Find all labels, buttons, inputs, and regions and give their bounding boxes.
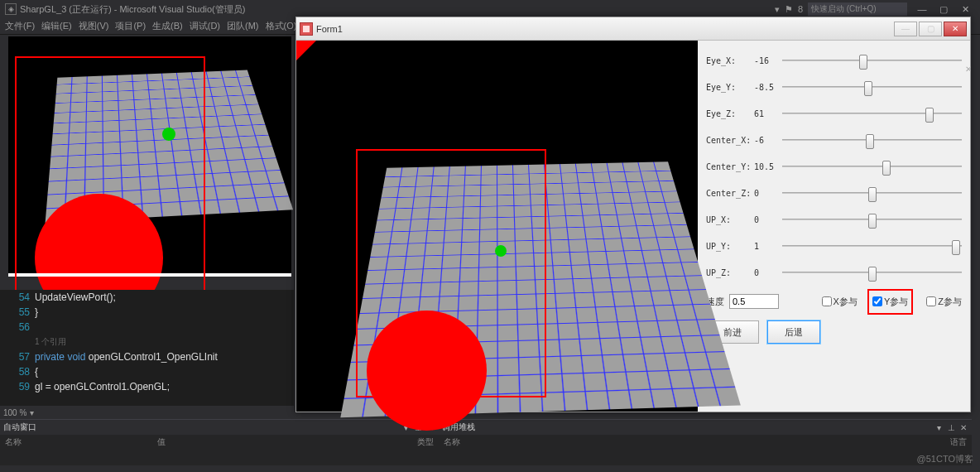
slider-label: UP_Y: <box>706 242 754 251</box>
slider-track[interactable] <box>782 52 962 69</box>
line-number: 59 <box>0 381 35 393</box>
line-number: 56 <box>0 321 35 333</box>
slider-thumb[interactable] <box>868 187 877 202</box>
slider-track[interactable] <box>782 264 962 281</box>
side-close-icon[interactable]: ✕ <box>965 65 975 75</box>
slider-thumb[interactable] <box>868 267 877 282</box>
slider-value: 10.5 <box>754 162 782 171</box>
line-number: 54 <box>0 291 35 303</box>
minimize-button[interactable]: ― <box>894 22 917 36</box>
col-type: 类型 <box>412 435 439 450</box>
maximize-button[interactable]: ▢ <box>919 22 942 36</box>
slider-label: Center_X: <box>706 136 754 145</box>
form1-titlebar[interactable]: Form1 ― ▢ ✕ <box>296 17 970 41</box>
menu-item[interactable]: 调试(D) <box>190 20 220 32</box>
slider-value: 1 <box>754 242 782 251</box>
speed-input[interactable] <box>729 294 779 309</box>
menu-item[interactable]: 团队(M) <box>227 20 259 32</box>
maximize-icon[interactable]: ▢ <box>934 2 954 16</box>
line-number: 55 <box>0 306 35 318</box>
flag-count: 8 <box>798 4 803 14</box>
menu-item[interactable]: 文件(F) <box>5 20 35 32</box>
slider-row: Eye_X:-16 <box>706 47 962 74</box>
close-icon[interactable]: ✕ <box>958 422 968 432</box>
slider-track[interactable] <box>782 132 962 148</box>
slider-track[interactable] <box>782 158 962 175</box>
x-checkbox[interactable]: X参与 <box>822 296 858 308</box>
slider-label: Center_Z: <box>706 189 754 198</box>
slider-row: Center_Z:0 <box>706 180 962 206</box>
slider-label: Center_Y: <box>706 162 754 171</box>
menu-item[interactable]: 视图(V) <box>79 20 109 32</box>
slider-thumb[interactable] <box>868 214 877 229</box>
menu-item[interactable]: 项目(P) <box>115 20 146 32</box>
preview-border <box>8 273 291 277</box>
opengl-viewport[interactable] <box>296 41 698 412</box>
vs-titlebar: ◈ SharpGL_3 (正在运行) - Microsoft Visual St… <box>0 0 980 18</box>
watermark: @51CTO博客 <box>917 453 973 465</box>
callstack-window[interactable]: 调用堆栈 ▾ ⊥ ✕ 名称 语言 <box>439 419 972 465</box>
menu-item[interactable]: 格式(O) <box>266 20 297 32</box>
slider-label: Eye_X: <box>706 56 754 65</box>
tool-title: 自动窗口 <box>3 421 36 433</box>
close-icon[interactable]: ✕ <box>955 2 975 16</box>
code-line[interactable]: UpdateViewPort(); <box>35 291 116 303</box>
code-line[interactable]: private void openGLControl1_OpenGLInit <box>35 351 218 363</box>
zoom-indicator[interactable]: 100 %▾ <box>0 406 294 419</box>
vs-logo-icon: ◈ <box>5 3 17 15</box>
slider-value: 61 <box>754 109 782 118</box>
slider-value: 0 <box>754 189 782 198</box>
code-line[interactable]: } <box>35 306 38 318</box>
minimize-icon[interactable]: ― <box>912 2 932 16</box>
opengl-preview-left <box>8 36 291 277</box>
slider-track[interactable] <box>782 238 962 254</box>
menu-item[interactable]: 生成(B) <box>152 20 183 32</box>
code-line[interactable]: gl = openGLControl1.OpenGL; <box>35 381 170 393</box>
red-circle <box>367 311 487 431</box>
slider-thumb[interactable] <box>859 55 867 70</box>
quick-launch-input[interactable]: 快速启动 (Ctrl+Q) <box>808 2 907 16</box>
close-button[interactable]: ✕ <box>944 22 967 36</box>
flag-icon[interactable]: ⚑ <box>785 4 793 15</box>
dropdown-icon[interactable]: ▾ <box>934 422 944 432</box>
slider-label: UP_X: <box>706 215 754 224</box>
slider-thumb[interactable] <box>866 134 874 149</box>
slider-row: UP_Y:1 <box>706 233 962 259</box>
slider-thumb[interactable] <box>952 240 960 255</box>
slider-thumb[interactable] <box>925 108 934 123</box>
menu-item[interactable]: 编辑(E) <box>41 20 72 32</box>
slider-row: Center_Y:10.5 <box>706 153 962 180</box>
form1-window: Form1 ― ▢ ✕ Eye_X:-16Eye_Y:-8.5Eye_Z:61C… <box>295 17 971 412</box>
slider-label: Eye_Y: <box>706 83 754 92</box>
slider-track[interactable] <box>782 185 962 201</box>
code-line[interactable]: { <box>35 366 38 378</box>
z-checkbox[interactable]: Z参与 <box>926 296 962 308</box>
slider-track[interactable] <box>782 79 962 95</box>
slider-label: Eye_Z: <box>706 109 754 118</box>
slider-value: 0 <box>754 215 782 224</box>
slider-value: -16 <box>754 56 782 65</box>
slider-thumb[interactable] <box>882 161 891 176</box>
col-value: 值 <box>152 435 171 450</box>
green-dot <box>495 245 507 257</box>
slider-value: 0 <box>754 268 782 277</box>
pin-icon[interactable]: ⊥ <box>946 422 956 432</box>
y-checkbox[interactable]: Y参与 <box>872 296 908 308</box>
slider-row: Center_X:-6 <box>706 127 962 153</box>
slider-track[interactable] <box>782 211 962 228</box>
slider-thumb[interactable] <box>864 81 872 96</box>
slider-row: UP_Z:0 <box>706 259 962 286</box>
slider-track[interactable] <box>782 105 962 122</box>
code-editor[interactable]: 54 UpdateViewPort();55 }56 1 个引用57 priva… <box>0 290 294 406</box>
col-name: 名称 <box>0 435 26 450</box>
autos-window[interactable]: 自动窗口 ▾ ⊥ ✕ 名称 值 类型 <box>0 419 439 465</box>
notification-area: ▾ ⚑ 8 <box>775 4 803 15</box>
notifications-icon[interactable]: ▾ <box>775 4 780 15</box>
slider-row: Eye_Y:-8.5 <box>706 74 962 100</box>
green-dot <box>162 128 175 141</box>
backward-button[interactable]: 后退 <box>767 320 820 344</box>
slider-value: -6 <box>754 136 782 145</box>
code-line[interactable]: 1 个引用 <box>35 336 66 348</box>
slider-value: -8.5 <box>754 83 782 92</box>
col-lang: 语言 <box>945 435 972 450</box>
